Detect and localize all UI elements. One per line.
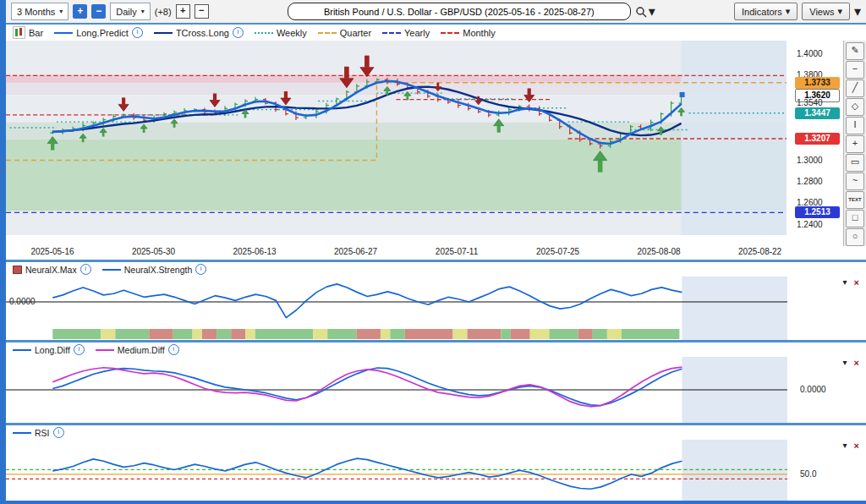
legend-item: RSIi: [13, 427, 64, 438]
rsi-canvas[interactable]: [6, 440, 795, 504]
chart-title-input[interactable]: [288, 3, 631, 20]
zero-value-label: 0.0000: [800, 385, 826, 394]
info-icon[interactable]: i: [195, 264, 206, 275]
drawing-toolbar: ✎−╱◇I+▭~TEXT□○: [843, 41, 866, 246]
ellipse-tool[interactable]: ○: [846, 228, 864, 246]
neuralx-canvas[interactable]: [6, 277, 795, 340]
panel-collapse-button[interactable]: ▾: [843, 358, 847, 368]
search-icon: [635, 6, 647, 18]
info-icon[interactable]: i: [80, 264, 91, 275]
legend-label: Medium.Diff: [118, 345, 165, 355]
legend-item: Monthly: [441, 28, 496, 38]
info-icon[interactable]: i: [53, 427, 64, 438]
legend-label: Long.Predict: [76, 28, 129, 38]
views-label: Views: [809, 7, 834, 17]
panel-gutter: ▾ × 0.0000: [795, 357, 866, 423]
price-tick: 1.4000: [797, 48, 823, 60]
price-badge: 1.3447: [795, 107, 840, 119]
legend-label: NeuralX.Max: [25, 265, 77, 275]
legend-bar: Bar: [13, 26, 43, 39]
bar-icon: [13, 26, 25, 39]
weekly-swatch: [255, 32, 273, 34]
date-label: 2025-05-30: [127, 247, 181, 256]
legend-item: Long.Diffi: [13, 344, 85, 355]
date-label: 2025-07-11: [430, 247, 484, 256]
price-tick: 1.2800: [797, 176, 823, 188]
toolbar-overflow-button[interactable]: ▾: [854, 3, 861, 19]
shape-tool[interactable]: ◇: [846, 98, 864, 116]
legend-label: RSI: [35, 428, 50, 438]
legend-label: NeuralX.Strength: [124, 265, 193, 275]
diff-canvas[interactable]: [6, 357, 795, 423]
bars-offset-label: (+8): [155, 7, 172, 17]
trend-line-tool[interactable]: ╱: [846, 79, 864, 97]
legend-item: Medium.Diffi: [96, 344, 179, 355]
rsi-midline-label: 50.0: [800, 469, 816, 479]
neuralx-legend: NeuralX.MaxiNeuralX.Strengthi: [6, 262, 866, 277]
rsi-panel: RSIi ▾ × 50.0: [6, 423, 866, 504]
panel-collapse-button[interactable]: ▾: [843, 277, 847, 288]
horizontal-line-tool[interactable]: −: [846, 61, 864, 79]
rsi-legend: RSIi: [6, 425, 866, 440]
date-label: 2025-06-27: [329, 247, 383, 256]
legend-label: TCross.Long: [176, 28, 229, 38]
bars-plus-button[interactable]: +: [176, 4, 190, 19]
legend-item: TCross.Longi: [154, 27, 244, 38]
main-chart-legend: Bar Long.PredictiTCross.LongiWeeklyQuart…: [6, 25, 866, 41]
chevron-down-icon: ▾: [649, 3, 655, 19]
main-chart-canvas[interactable]: [6, 41, 794, 235]
zoom-in-button[interactable]: +: [73, 4, 87, 19]
rsi-chart-area[interactable]: [6, 440, 795, 504]
main-chart-area[interactable]: [6, 41, 794, 246]
cursor-tool[interactable]: I: [846, 117, 864, 134]
panel-gutter: ▾ × 50.0: [795, 440, 866, 504]
search-button[interactable]: ▾: [635, 3, 655, 19]
date-label: 2025-08-08: [632, 247, 686, 256]
legend-item: NeuralX.Maxi: [13, 264, 91, 275]
main-chart-row: 1.40001.38001.37331.36201.35401.34471.32…: [6, 41, 866, 246]
medium-diff-swatch: [96, 349, 114, 351]
zoom-out-button[interactable]: −: [91, 4, 106, 19]
price-badge: 1.3207: [795, 133, 840, 145]
info-icon[interactable]: i: [233, 27, 244, 38]
date-label: 2025-05-16: [25, 247, 79, 256]
interval-select-value: Daily: [116, 7, 136, 17]
long-diff-swatch: [13, 349, 31, 351]
move-tool[interactable]: +: [846, 135, 864, 153]
legend-label: Quarter: [340, 28, 371, 38]
range-select[interactable]: 3 Months ▾: [11, 3, 69, 20]
panel-collapse-button[interactable]: ▾: [843, 441, 847, 451]
panel-close-button[interactable]: ×: [854, 358, 859, 368]
date-axis: 2025-05-162025-05-302025-06-132025-06-27…: [6, 246, 795, 260]
legend-item: NeuralX.Strengthi: [102, 264, 207, 275]
date-label: 2025-06-13: [227, 247, 282, 256]
quarter-swatch: [318, 32, 337, 34]
main-chart-panel: Bar Long.PredictiTCross.LongiWeeklyQuart…: [6, 25, 866, 260]
bars-minus-button[interactable]: −: [195, 4, 209, 19]
chevron-down-icon: ▾: [59, 8, 63, 15]
rsi-swatch: [13, 432, 31, 434]
price-badge: 1.2513: [795, 206, 840, 218]
diff-chart-area[interactable]: [6, 357, 795, 423]
info-icon[interactable]: i: [168, 344, 179, 355]
panel-close-button[interactable]: ×: [854, 277, 859, 288]
neuralx-chart-area[interactable]: 0.0000: [6, 277, 795, 340]
legend-label: Long.Diff: [35, 345, 70, 355]
info-icon[interactable]: i: [132, 27, 143, 38]
pencil-tool[interactable]: ✎: [846, 42, 864, 60]
info-icon[interactable]: i: [74, 344, 85, 355]
tcross-long-swatch: [154, 32, 173, 34]
rectangle-tool[interactable]: □: [846, 210, 864, 227]
legend-label: Weekly: [277, 28, 307, 38]
indicators-button[interactable]: Indicators ▾: [734, 3, 797, 20]
price-badge: 1.3733: [795, 77, 840, 89]
diff-legend: Long.DiffiMedium.Diffi: [6, 342, 866, 357]
interval-select[interactable]: Daily ▾: [110, 3, 150, 20]
text-tool[interactable]: TEXT: [846, 191, 864, 209]
comment-tool[interactable]: ▭: [846, 154, 864, 172]
views-button[interactable]: Views ▾: [802, 3, 850, 20]
yearly-swatch: [382, 32, 401, 34]
monthly-swatch: [441, 32, 459, 34]
panel-close-button[interactable]: ×: [854, 441, 859, 451]
wave-tool[interactable]: ~: [846, 173, 864, 190]
